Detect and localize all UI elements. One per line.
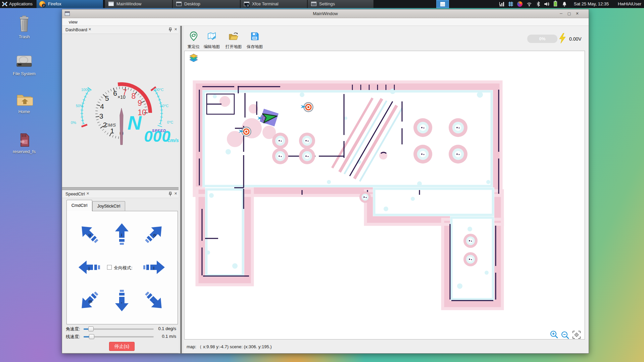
relocate-button[interactable]: 重定位 <box>184 31 203 49</box>
menu-view[interactable]: view <box>67 19 80 25</box>
tab-cmdctrl[interactable]: CmdCtrl <box>66 200 92 211</box>
minimize-button[interactable]: ─ <box>558 11 564 16</box>
map-canvas[interactable] <box>184 51 585 340</box>
linear-speed-slider[interactable] <box>84 336 154 337</box>
cmdctrl-frame: uiojlm,. 全向模式: <box>66 211 178 324</box>
zoom-in-button[interactable] <box>550 330 558 339</box>
wifi-icon[interactable] <box>527 1 532 7</box>
gauge-number: 8 <box>131 92 136 100</box>
edit-map-button[interactable]: 编辑地图 <box>202 31 221 49</box>
taskbar-window-terminal[interactable]: 3 Xfce Terminal <box>240 0 307 8</box>
taskbar-window-settings[interactable]: Settings <box>307 0 374 8</box>
notifications-bell-icon[interactable] <box>562 1 567 7</box>
layers-icon <box>189 54 198 63</box>
desktop-icon-label: Trash <box>11 34 37 39</box>
zoom-out-button[interactable] <box>561 331 569 340</box>
dashboard-tab-close-icon[interactable]: ✕ <box>88 27 91 32</box>
taskbar-window-mainwindow[interactable]: MainWindow <box>105 0 172 8</box>
open-map-icon <box>228 31 239 41</box>
edit-map-icon <box>207 31 217 41</box>
relocate-label: 重定位 <box>188 44 200 50</box>
pin-icon[interactable] <box>168 192 172 196</box>
battery-icon[interactable] <box>554 1 557 6</box>
main-window: MainWindow ─ ▢ ✕ view DashBoard ✕ ✕ 0123… <box>62 9 589 354</box>
angular-speed-label: 角速度: <box>66 326 80 332</box>
window-icon <box>440 2 445 6</box>
linear-speed-label: 线速度: <box>66 334 80 340</box>
key-hint-label: o <box>153 232 156 237</box>
zoom-in-icon <box>550 330 558 339</box>
save-map-button[interactable]: 保存地图 <box>245 31 264 49</box>
taskbar-window-desktop[interactable]: Desktop <box>172 0 240 8</box>
stats-monitor-icon[interactable] <box>499 1 505 7</box>
center-view-icon <box>572 330 581 339</box>
speed-value: 000 <box>144 127 171 145</box>
speed-gauge: 012345678910 <box>62 34 179 187</box>
taskbar-window-label: Desktop <box>184 1 200 6</box>
pin-icon[interactable] <box>168 28 172 32</box>
speedctrl-tab-close-icon[interactable]: ✕ <box>86 191 89 196</box>
desktop-screen: Applications ⋮ 2 Firefox MainWindow Desk… <box>0 0 644 362</box>
key-hint-label: j <box>88 266 90 271</box>
applications-menu[interactable]: Applications <box>9 1 33 6</box>
settings-icon <box>311 2 316 6</box>
gauge-number: 5 <box>105 94 109 102</box>
desktop-icon-home[interactable]: Home <box>11 92 37 114</box>
layers-button[interactable] <box>189 54 198 63</box>
key-hint-label: , <box>121 299 122 304</box>
open-map-button[interactable]: 打开地图 <box>224 31 243 49</box>
window-list-button[interactable] <box>436 0 449 8</box>
grid-applet-icon[interactable] <box>508 1 513 7</box>
window-icon <box>65 11 70 16</box>
dashboard-header[interactable]: DashBoard ✕ ✕ <box>62 26 179 34</box>
center-view-button[interactable] <box>572 330 581 339</box>
speedctrl-title: SpeedCtrl <box>65 191 85 196</box>
home-folder-icon <box>15 92 33 107</box>
user-label[interactable]: HwHiAiUser <box>618 1 641 6</box>
gauge-direction: N <box>128 111 142 134</box>
dashboard-close-icon[interactable]: ✕ <box>174 27 177 32</box>
slider-handle[interactable] <box>89 334 94 339</box>
left-arc-label-50: 50% <box>76 104 83 108</box>
angular-speed-slider[interactable] <box>84 328 154 330</box>
speedctrl-close-icon[interactable]: ✕ <box>174 191 177 196</box>
key-hint-label: . <box>153 299 155 304</box>
clock[interactable]: Sat 25 May, 12:35 <box>571 1 612 6</box>
titlebar[interactable]: MainWindow ─ ▢ ✕ <box>62 9 589 18</box>
omni-mode-checkbox[interactable] <box>107 265 112 270</box>
close-button[interactable]: ✕ <box>574 11 581 16</box>
gauge-number: 4 <box>100 102 104 110</box>
slider-handle[interactable] <box>88 326 94 331</box>
speedctrl-header[interactable]: SpeedCtrl ✕ ✕ <box>62 190 179 198</box>
voltage-value: 0.00V <box>569 36 582 42</box>
taskbar-window-firefox[interactable]: 2 Firefox <box>36 0 103 8</box>
angular-speed-row: 角速度: 0.1 deg/s <box>62 325 179 333</box>
gauge-number: 9 <box>138 99 142 107</box>
open-map-label: 打开地图 <box>226 44 242 50</box>
volume-icon[interactable] <box>544 1 549 7</box>
harddisk-icon <box>15 54 33 69</box>
gauge-unit: CM/S <box>105 123 116 128</box>
key-hint-label: m <box>89 299 92 304</box>
desktop-icon-label: reserved_fs <box>11 149 37 154</box>
desktop-icon-filesystem[interactable]: File System <box>11 54 37 76</box>
maximize-button[interactable]: ▢ <box>566 11 573 16</box>
sd-card-icon <box>17 132 31 147</box>
desktop-icon-label: Home <box>11 109 37 114</box>
gauge-number: 3 <box>99 112 103 120</box>
vertical-splitter[interactable] <box>179 26 184 353</box>
dashboard-panel: DashBoard ✕ ✕ 012345678910 ×10 CM/S N SP… <box>62 26 179 187</box>
stop-button[interactable]: 停止(s) <box>109 342 135 351</box>
xfce-applications-icon[interactable] <box>2 1 8 7</box>
taskbar-window-label: Settings <box>319 1 335 6</box>
desktop-icon-reserved-fs[interactable]: SD reserved_fs <box>11 132 37 154</box>
relocate-icon <box>189 31 199 41</box>
desktop-icon-trash[interactable]: Trash <box>11 15 37 39</box>
bluetooth-icon[interactable] <box>536 1 541 7</box>
taskbar: Applications ⋮ 2 Firefox MainWindow Desk… <box>0 0 644 8</box>
horizontal-splitter[interactable] <box>62 187 179 190</box>
right-arc-label-50: 50°C <box>160 104 169 108</box>
tab-joystickctrl[interactable]: JoyStickCtrl <box>92 201 125 211</box>
color-profile-icon[interactable] <box>517 1 523 7</box>
gauge-number: 1 <box>110 127 114 135</box>
